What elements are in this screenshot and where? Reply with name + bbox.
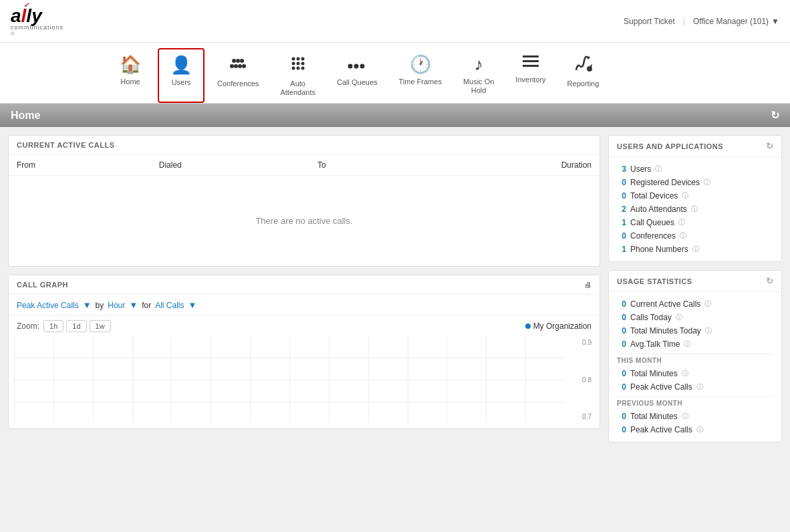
users-count: 3 <box>617 164 626 174</box>
music-icon: ♪ <box>475 54 483 75</box>
time-frames-icon: 🕐 <box>410 54 431 75</box>
nav-item-call-queues[interactable]: Call Queues <box>328 48 386 103</box>
current-active-count: 0 <box>617 299 626 309</box>
home-icon: 🏠 <box>120 54 141 75</box>
dropdown-arrow-period: ▼ <box>129 300 138 310</box>
usage-statistics-panel: USAGE STATISTICS ↻ 0 Current Active Call… <box>608 270 782 442</box>
total-devices-info-icon[interactable]: ⓘ <box>682 191 688 201</box>
calls-today-label: Calls Today <box>630 313 672 322</box>
call-graph-controls: Peak Active Calls ▼ by Hour ▼ for All Ca… <box>9 295 600 316</box>
nav-item-reporting[interactable]: Reporting <box>559 48 608 103</box>
svg-rect-20 <box>523 60 539 62</box>
support-ticket-link[interactable]: Support Ticket <box>624 17 675 26</box>
nav-label-home: Home <box>120 78 140 86</box>
call-queues-info-icon[interactable]: ⓘ <box>678 218 685 227</box>
nav-item-conferences[interactable]: Conferences <box>209 48 267 103</box>
current-active-calls-header: CURRENT ACTIVE CALLS <box>9 136 600 155</box>
chart-columns <box>14 336 565 423</box>
nav-item-home[interactable]: 🏠 Home <box>107 48 154 103</box>
call-graph-header: CALL GRAPH 🖨 <box>9 275 600 295</box>
avg-talk-time-info-icon[interactable]: ⓘ <box>684 340 690 349</box>
chart-col <box>133 336 172 423</box>
nav-item-auto-attendants[interactable]: AutoAttendants <box>271 48 324 103</box>
conferences-count: 0 <box>617 231 626 241</box>
phone-numbers-count: 1 <box>617 245 626 254</box>
calls-today-info-icon[interactable]: ⓘ <box>676 313 682 322</box>
nav-bar: 🏠 Home 👤 Users Conferences AutoAttendant… <box>0 43 790 104</box>
chart-col <box>14 336 54 423</box>
chart-grid <box>14 336 565 423</box>
refresh-icon[interactable]: ↻ <box>771 109 779 122</box>
nav-label-reporting: Reporting <box>567 80 600 88</box>
reporting-icon <box>573 54 592 77</box>
nav-item-music-on-hold[interactable]: ♪ Music OnHold <box>454 48 503 103</box>
dropdown-arrow-calls: ▼ <box>188 300 197 310</box>
registered-devices-info-icon[interactable]: ⓘ <box>704 178 710 187</box>
stat-total-devices: 0 Total Devices ⓘ <box>617 189 773 203</box>
conferences-icon <box>229 54 247 77</box>
usage-statistics-header: USAGE STATISTICS ↻ <box>609 271 781 292</box>
chart-col <box>369 336 408 423</box>
period-dropdown[interactable]: Hour <box>108 301 125 310</box>
users-info-icon[interactable]: ⓘ <box>655 164 662 174</box>
inventory-icon <box>521 54 540 73</box>
svg-point-15 <box>301 67 304 70</box>
chart-col <box>526 336 565 423</box>
left-panel: CURRENT ACTIVE CALLS From Dialed To Dura… <box>8 135 600 442</box>
this-month-total-minutes-info-icon[interactable]: ⓘ <box>682 369 688 378</box>
prev-month-total-minutes-count: 0 <box>617 412 626 421</box>
current-active-info-icon[interactable]: ⓘ <box>704 299 711 309</box>
office-manager-menu[interactable]: Office Manager (101) ▼ <box>693 17 779 26</box>
stat-avg-talk-time: 0 Avg.Talk Time ⓘ <box>617 338 773 351</box>
right-panel: USERS AND APPLICATIONS ↻ 3 Users ⓘ 0 Reg… <box>608 135 782 442</box>
print-icon[interactable]: 🖨 <box>584 281 592 289</box>
prev-month-peak-calls-label: Peak Active Calls <box>630 425 692 434</box>
auto-attendants-info-icon[interactable]: ⓘ <box>691 205 698 214</box>
refresh-usage-icon[interactable]: ↻ <box>766 276 774 286</box>
svg-point-1 <box>236 59 240 63</box>
prev-month-peak-calls-info-icon[interactable]: ⓘ <box>696 425 703 434</box>
header-separator: | <box>683 17 685 26</box>
total-minutes-today-count: 0 <box>617 326 626 336</box>
svg-point-18 <box>360 64 365 69</box>
y-label-08: 0.8 <box>582 376 591 384</box>
nav-item-time-frames[interactable]: 🕐 Time Frames <box>390 48 450 103</box>
refresh-users-icon[interactable]: ↻ <box>766 141 774 151</box>
total-minutes-today-info-icon[interactable]: ⓘ <box>705 326 712 336</box>
auto-attendants-label: Auto Attendants <box>630 205 687 214</box>
chart-legend: My Organization <box>525 321 591 331</box>
zoom-1w-button[interactable]: 1w <box>90 320 111 332</box>
phone-numbers-label: Phone Numbers <box>630 245 688 254</box>
no-calls-message: There are no active calls. <box>9 176 600 267</box>
svg-point-2 <box>240 59 244 63</box>
conferences-stat-label: Conferences <box>630 231 676 241</box>
nav-label-conferences: Conferences <box>217 80 259 88</box>
conferences-info-icon[interactable]: ⓘ <box>680 231 686 241</box>
total-devices-count: 0 <box>617 191 626 201</box>
nav-label-auto-attendants: AutoAttendants <box>280 80 315 97</box>
nav-item-inventory[interactable]: Inventory <box>507 48 554 103</box>
chart-area: 0.9 0.8 0.7 <box>14 336 591 423</box>
svg-point-5 <box>238 64 242 68</box>
svg-rect-19 <box>523 55 539 57</box>
y-label-09: 0.9 <box>582 339 591 346</box>
calls-dropdown[interactable]: All Calls <box>155 301 184 310</box>
stat-current-active-calls: 0 Current Active Calls ⓘ <box>617 297 773 311</box>
stat-registered-devices: 0 Registered Devices ⓘ <box>617 176 773 189</box>
total-minutes-today-label: Total Minutes Today <box>630 326 701 336</box>
zoom-1h-button[interactable]: 1h <box>43 320 63 332</box>
metric-dropdown[interactable]: Peak Active Calls <box>17 301 79 310</box>
users-label: Users <box>630 164 651 174</box>
this-month-divider <box>617 354 773 354</box>
current-active-calls-title: CURRENT ACTIVE CALLS <box>17 141 114 149</box>
this-month-peak-calls-info-icon[interactable]: ⓘ <box>696 382 703 392</box>
zoom-1d-button[interactable]: 1d <box>66 320 86 332</box>
stat-calls-today: 0 Calls Today ⓘ <box>617 311 773 324</box>
nav-item-users[interactable]: 👤 Users <box>158 48 205 103</box>
chart-col <box>54 336 94 423</box>
nav-label-music-on-hold: Music OnHold <box>463 78 494 95</box>
phone-numbers-info-icon[interactable]: ⓘ <box>692 245 699 254</box>
prev-month-total-minutes-info-icon[interactable]: ⓘ <box>682 412 688 421</box>
prev-month-peak-calls-count: 0 <box>617 425 626 434</box>
chart-col <box>290 336 330 423</box>
